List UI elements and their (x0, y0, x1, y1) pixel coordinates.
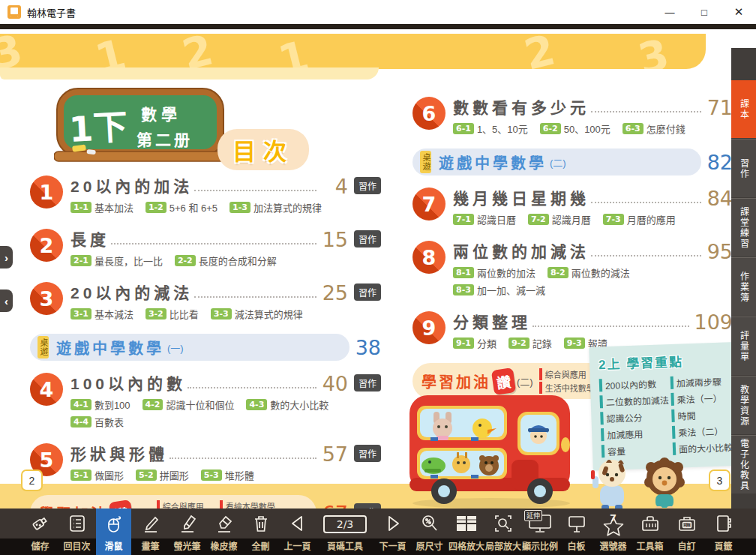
chapter-title[interactable]: 100以內的數 (70, 371, 186, 394)
chapter-title[interactable]: 數數看有多少元 (453, 95, 590, 118)
toc-subitem[interactable]: 1-1基本加法 (70, 200, 134, 214)
mouse-tool-button[interactable]: 滑鼠 (96, 508, 131, 555)
toc-subitem[interactable]: 4-3數的大小比較 (246, 398, 328, 412)
close-button[interactable]: ✕ (722, 0, 756, 24)
toc-subitem[interactable]: 4-1數到100 (70, 398, 130, 412)
toc-subitem[interactable]: 3-1基本減法 (70, 307, 134, 321)
tab-digital-aids[interactable]: 電子化教具 (731, 435, 756, 494)
maximize-button[interactable]: □ (687, 0, 722, 24)
tab-assessment-sheet[interactable]: 評量單 (731, 316, 756, 375)
toc-subitem[interactable]: 1-25+6 和 6+5 (146, 200, 218, 214)
chapter-title[interactable]: 兩位數的加減法 (453, 239, 590, 262)
eraser-tool-button[interactable]: 橡皮擦 (206, 508, 242, 555)
original-size-button[interactable]: 原尺寸 (412, 508, 447, 555)
toc-subitem[interactable]: 3-2比比看 (146, 307, 199, 321)
workbook-badge[interactable]: 習作 (354, 230, 381, 248)
toc-subitem[interactable]: 3-3減法算式的規律 (211, 307, 303, 321)
chapter-title[interactable]: 20以內的加法 (70, 174, 193, 196)
tab-workbook[interactable]: 習作 (731, 139, 756, 197)
toc-subitem[interactable]: 2-2長度的合成和分解 (175, 254, 277, 268)
chapter-title[interactable]: 20以內的減法 (70, 280, 193, 303)
toc-subitem[interactable]: 6-250、100元 (540, 122, 610, 136)
chapter-page[interactable]: 15 (321, 230, 348, 250)
subitem-code: 2-2 (175, 255, 196, 266)
chapter-page[interactable]: 71 (706, 98, 733, 118)
chapter-title[interactable]: 分類整理 (453, 310, 531, 332)
workbook-badge[interactable]: 習作 (354, 177, 381, 194)
toc-subitem[interactable]: 4-2認識十位和個位 (142, 398, 235, 412)
next-page-button[interactable]: 下一頁 (375, 508, 410, 555)
toolbox-button[interactable]: 工具箱 (632, 508, 668, 555)
toc-subitem[interactable]: 7-2認識月曆 (528, 212, 591, 226)
chapter-page[interactable]: 4 (321, 176, 348, 196)
boost-page[interactable]: 67 (316, 502, 348, 509)
display-scale-button[interactable]: 延伸 顯示比例 (522, 508, 557, 555)
toc-subitem[interactable]: 8-3加一加、減一減 (453, 283, 545, 297)
subitem-code: 5-2 (136, 470, 157, 481)
toc-subitem[interactable]: 6-11、5、10元 (453, 122, 528, 136)
game-page[interactable]: 38 (350, 336, 381, 359)
chapter-title[interactable]: 長度 (70, 227, 110, 250)
toc-subitem[interactable]: 8-2兩位數的減法 (548, 266, 630, 280)
delete-all-button[interactable]: 全刪 (243, 508, 278, 555)
number-picker-button[interactable]: 7 選號器 (596, 508, 631, 555)
workbook-badge[interactable]: 習作 (354, 284, 381, 301)
left-page-number-badge[interactable]: 2 (21, 470, 43, 491)
chapter-title[interactable]: 幾月幾日星期幾 (453, 186, 590, 208)
toc-subitem[interactable]: 5-1做圖形 (70, 468, 124, 482)
chapter-page[interactable]: 40 (321, 374, 348, 394)
toc-subitem[interactable]: 5-3堆形體 (201, 468, 254, 482)
game-section-row[interactable]: 桌遊 遊戲中學數學 (一) 38 (30, 334, 381, 361)
toc-subitem[interactable]: 7-1認識日曆 (453, 212, 516, 226)
toc-subitem[interactable]: 6-3怎麼付錢 (622, 122, 686, 136)
save-button[interactable]: 儲存 (22, 508, 58, 555)
toc-subitem[interactable]: 8-1兩位數的加法 (453, 266, 536, 280)
tab-class-practice[interactable]: 課堂練習 (731, 198, 756, 256)
toc-subitem[interactable]: 7-3月曆的應用 (603, 212, 676, 226)
quad-zoom-button[interactable]: 四格放大 (448, 508, 484, 555)
chapter-page[interactable]: 84 (706, 188, 733, 208)
workbook-badge[interactable]: 習作 (354, 374, 381, 392)
pen-tool-button[interactable]: 畫筆 (133, 508, 168, 555)
toc-subitem[interactable]: 9-1分類 (453, 336, 496, 350)
chapter-number-badge: 1 (30, 176, 63, 208)
subitem-label: 認識十位和個位 (166, 398, 234, 412)
back-to-toc-button[interactable]: 回目次 (59, 508, 94, 555)
chapter-page[interactable]: 109 (694, 312, 733, 332)
subitem-label: 兩位數的加法 (477, 266, 536, 280)
toc-subitem[interactable]: 5-2拼圖形 (136, 468, 189, 482)
panel-toggle-close[interactable]: ‹ (0, 290, 13, 312)
subitem-label: 分類 (477, 336, 496, 350)
whiteboard-button[interactable]: 白板 (559, 508, 594, 555)
page-number-tool[interactable]: 2/3 頁碼工具 (316, 508, 374, 555)
chapter-title[interactable]: 形狀與形體 (70, 442, 168, 464)
chapter-page[interactable]: 25 (321, 283, 348, 303)
chapter-page[interactable]: 57 (321, 444, 348, 464)
prev-page-button[interactable]: 上一頁 (280, 508, 315, 555)
toc-subitem[interactable]: 1-3加法算式的規律 (230, 200, 322, 214)
toc-chapter-2: 2 長度 15 習作 2-1量長度，比一比 2-2長度的合成和分解 (30, 227, 381, 271)
custom-button[interactable]: 自訂 自訂 (669, 508, 704, 555)
page-indicator[interactable]: 2/3 (323, 515, 368, 533)
toc-subitem[interactable]: 9-2記錄 (508, 336, 552, 350)
subitem-code: 9-3 (564, 338, 585, 349)
minimize-button[interactable]: — (652, 0, 687, 24)
chapter-page[interactable]: 95 (706, 242, 733, 262)
tab-homework-book[interactable]: 作業簿 (731, 257, 756, 316)
svg-text:自訂: 自訂 (682, 522, 691, 528)
page-tabs-button[interactable]: 頁籤 (706, 508, 741, 555)
workbook-badge[interactable]: 習作 (354, 503, 381, 508)
right-page-number-badge[interactable]: 3 (709, 470, 730, 491)
partial-zoom-button[interactable]: 局部放大 (485, 508, 520, 555)
subitem-label: 1、5、10元 (477, 122, 528, 136)
tab-textbook[interactable]: 課本 (731, 80, 756, 138)
tab-teaching-resources[interactable]: 教學資源 (731, 376, 756, 434)
game-page[interactable]: 82 (701, 151, 733, 174)
toc-subitem[interactable]: 2-1量長度，比一比 (70, 254, 163, 268)
toc-subitem[interactable]: 4-4百數表 (70, 415, 124, 429)
boost-section-row[interactable]: 學習加油 讚 (一) 綜合與應用 生活中找數學 看繪本學數學 67 習作 (30, 495, 381, 508)
workbook-badge[interactable]: 習作 (354, 445, 381, 462)
game-section-row[interactable]: 桌遊 遊戲中學數學 (二) 82 (412, 148, 733, 176)
panel-toggle-open[interactable]: › (0, 246, 13, 268)
highlighter-tool-button[interactable]: 螢光筆 (170, 508, 205, 555)
